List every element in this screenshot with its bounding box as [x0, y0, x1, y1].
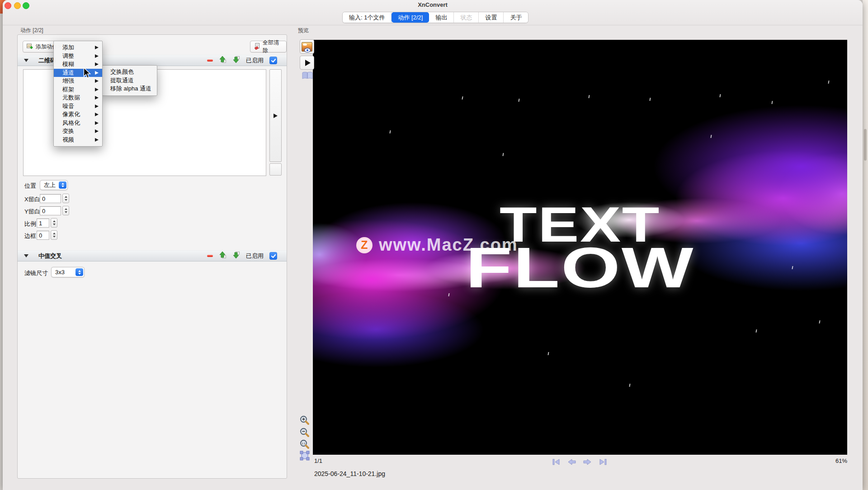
submenu-arrow-icon: [95, 138, 99, 142]
add-action-menu: 添加 调整 模糊 通道 增强 框架 元数据 噪音 像素化 风格化 变换 视频: [53, 41, 103, 147]
submenu-arrow-icon: [95, 96, 99, 100]
collapse-triangle-icon[interactable]: [24, 254, 28, 257]
median-section-header[interactable]: 中值交叉 已启用: [18, 250, 287, 262]
qr-color-button[interactable]: [269, 163, 282, 176]
watermark: Z www.MacZ.com: [356, 235, 518, 255]
tab-status: 状态: [454, 12, 479, 23]
main-tab-bar: 输入: 1个文件 动作 [2/2] 输出 状态 设置 关于: [342, 12, 528, 23]
submenu-item-remove-alpha[interactable]: 移除 alpha 通道: [102, 85, 157, 93]
clear-all-button[interactable]: 全部清除: [250, 41, 287, 52]
desktop-edge-strip: [863, 0, 868, 490]
menu-item-adjust[interactable]: 调整: [54, 52, 102, 61]
tab-input[interactable]: 输入: 1个文件: [343, 12, 392, 23]
first-image-button[interactable]: [551, 457, 562, 467]
zoom-actual-size-button[interactable]: 1:1: [299, 438, 311, 450]
submenu-item-swap-colors[interactable]: 交换颜色: [102, 68, 157, 76]
channel-submenu: 交换颜色 提取通道 移除 alpha 通道: [102, 65, 157, 96]
position-label: 位置: [24, 182, 36, 190]
menu-item-video[interactable]: 视频: [54, 136, 102, 144]
qr-enabled-label: 已启用: [246, 57, 264, 65]
svg-text:1:1: 1:1: [302, 442, 306, 445]
tab-actions[interactable]: 动作 [2/2]: [392, 12, 429, 23]
preview-image: TEXT FLOW Z www.MacZ.com: [313, 40, 847, 455]
tab-settings[interactable]: 设置: [479, 12, 504, 23]
preview-navigation: [551, 457, 609, 467]
remove-action-icon[interactable]: [207, 255, 213, 257]
submenu-arrow-icon: [95, 46, 99, 49]
median-enabled-checkbox[interactable]: [269, 252, 277, 260]
move-up-icon[interactable]: [219, 56, 226, 65]
select-stepper-icon: [75, 268, 83, 276]
actions-panel-title: 动作 [2/2]: [20, 27, 43, 34]
median-enabled-label: 已启用: [246, 252, 264, 260]
watermark-logo: Z: [356, 237, 373, 253]
remove-action-icon[interactable]: [207, 59, 213, 62]
filter-size-value: 3x3: [55, 269, 65, 276]
scale-stepper[interactable]: [51, 218, 57, 228]
close-button[interactable]: [5, 2, 11, 9]
menu-item-frame[interactable]: 框架: [54, 86, 102, 94]
submenu-arrow-icon: [95, 88, 99, 91]
move-down-icon[interactable]: [232, 56, 240, 65]
menu-item-transform[interactable]: 变换: [54, 127, 102, 136]
qr-enabled-checkbox[interactable]: [269, 57, 277, 64]
x-margin-input[interactable]: [40, 194, 61, 203]
submenu-arrow-icon: [95, 71, 99, 75]
menu-item-enhance[interactable]: 增强: [54, 77, 102, 86]
y-margin-stepper[interactable]: [62, 206, 69, 215]
zoom-in-button[interactable]: [299, 414, 311, 426]
move-down-icon[interactable]: [232, 251, 240, 261]
qr-insert-button[interactable]: [269, 69, 282, 162]
next-image-button[interactable]: [581, 457, 593, 467]
preview-toggle-button[interactable]: [300, 39, 314, 54]
border-label: 边框: [24, 232, 36, 240]
right-arrow-icon: [274, 114, 278, 118]
add-action-icon: [26, 43, 33, 51]
submenu-arrow-icon: [95, 121, 99, 125]
move-up-icon[interactable]: [219, 251, 226, 261]
border-stepper[interactable]: [51, 230, 57, 240]
submenu-item-extract-channel[interactable]: 提取通道: [102, 76, 157, 85]
desktop-scrollbar-thumb: [864, 129, 867, 161]
mouse-cursor: [83, 67, 91, 81]
x-margin-label: X留白: [24, 195, 40, 204]
y-margin-label: Y留白: [24, 208, 40, 216]
clear-all-label: 全部清除: [263, 39, 283, 54]
tab-about[interactable]: 关于: [504, 12, 528, 23]
y-margin-input[interactable]: [40, 206, 61, 215]
window-title: XnConvert: [3, 1, 863, 8]
last-image-button[interactable]: [597, 457, 609, 467]
menu-item-channel[interactable]: 通道: [54, 69, 102, 77]
submenu-arrow-icon: [95, 79, 99, 83]
submenu-arrow-icon: [95, 105, 99, 108]
filter-size-select[interactable]: 3x3: [51, 267, 85, 277]
x-margin-stepper[interactable]: [62, 194, 69, 203]
play-preview-button[interactable]: [300, 56, 314, 70]
minimize-button[interactable]: [14, 2, 21, 9]
preview-filename: 2025-06-24_11-10-21.jpg: [314, 470, 385, 477]
menu-item-noise[interactable]: 噪音: [54, 102, 102, 111]
submenu-arrow-icon: [95, 129, 99, 133]
border-input[interactable]: [37, 231, 49, 240]
menu-item-metadata[interactable]: 元数据: [54, 94, 102, 102]
menu-item-add[interactable]: 添加: [54, 43, 102, 52]
median-section-title: 中值交叉: [38, 252, 62, 260]
menu-item-blur[interactable]: 模糊: [54, 60, 102, 69]
filter-size-label: 滤镜尺寸: [24, 269, 48, 277]
position-select[interactable]: 左上: [40, 180, 68, 190]
submenu-arrow-icon: [95, 113, 99, 116]
fit-to-window-button[interactable]: [300, 451, 310, 461]
collapse-triangle-icon[interactable]: [24, 59, 28, 62]
menu-item-stylize[interactable]: 风格化: [54, 119, 102, 128]
zoom-out-button[interactable]: [299, 427, 311, 438]
page-indicator: 1/1: [314, 457, 322, 464]
compare-book-icon: [301, 71, 314, 80]
submenu-arrow-icon: [95, 62, 99, 66]
maximize-button[interactable]: [23, 2, 29, 9]
screen: XnConvert 输入: 1个文件 动作 [2/2] 输出 状态 设置 关于 …: [0, 0, 868, 490]
scale-label: 比例: [24, 220, 36, 228]
previous-image-button[interactable]: [566, 457, 578, 467]
scale-input[interactable]: [37, 219, 49, 228]
menu-item-pixelate[interactable]: 像素化: [54, 110, 102, 119]
tab-output[interactable]: 输出: [429, 12, 454, 23]
